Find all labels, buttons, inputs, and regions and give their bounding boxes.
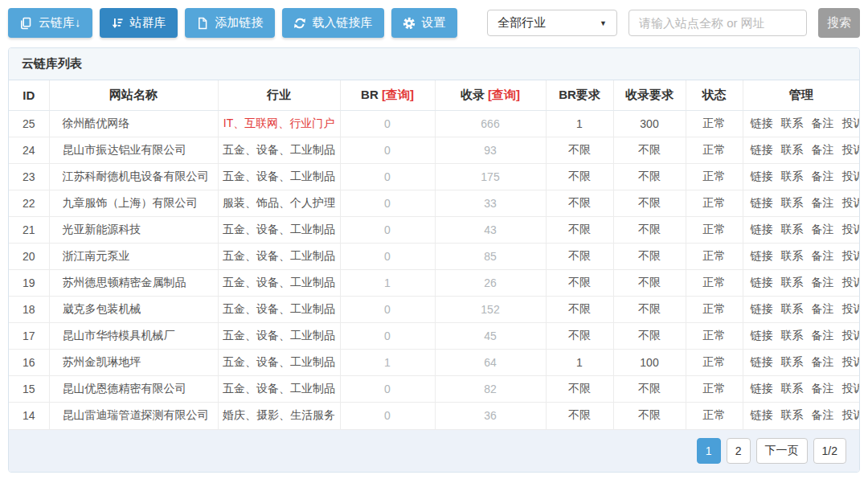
note-action[interactable]: 备注 [812,408,834,421]
complaint-action[interactable]: 投诉 [842,249,860,262]
br-value: 0 [340,111,435,137]
link-action[interactable]: 链接 [751,223,773,235]
link-action[interactable]: 链接 [751,276,773,289]
panel-title: 云链库列表 [9,48,859,80]
complaint-action[interactable]: 投诉 [842,223,860,235]
link-action[interactable]: 链接 [751,249,773,262]
contact-action[interactable]: 联系 [781,329,804,342]
note-action[interactable]: 备注 [812,223,834,235]
search-button[interactable]: 搜索 [818,8,860,38]
row-actions: 链接联系备注投诉 [743,164,859,190]
complaint-action[interactable]: 投诉 [842,170,860,182]
cloud-link-library-button[interactable]: 云链库↓ [8,8,92,38]
button-label: 添加链接 [215,15,264,31]
copy-icon [19,17,32,30]
contact-action[interactable]: 联系 [781,117,804,129]
row-actions: 链接联系备注投诉 [743,217,859,244]
link-action[interactable]: 链接 [751,143,773,156]
site-id: 25 [9,111,49,137]
inclusion-requirement: 不限 [613,297,686,323]
site-name: 昆山优恩德精密有限公司 [49,376,218,403]
site-group-library-button[interactable]: 站群库 [100,8,178,38]
note-action[interactable]: 备注 [812,329,834,342]
contact-action[interactable]: 联系 [781,355,804,368]
contact-action[interactable]: 联系 [781,196,804,209]
col-header-industry: 行业 [218,80,340,111]
br-requirement: 不限 [546,297,613,323]
complaint-action[interactable]: 投诉 [842,143,860,156]
col-header-id: ID [9,80,49,111]
add-link-button[interactable]: 添加链接 [185,8,275,38]
complaint-action[interactable]: 投诉 [842,302,860,315]
note-action[interactable]: 备注 [812,382,834,395]
next-page-button[interactable]: 下一页 [756,438,808,464]
status: 正常 [686,137,743,164]
search-input[interactable] [628,10,807,36]
br-value: 0 [340,297,435,323]
link-action[interactable]: 链接 [751,170,773,182]
site-industry: 服装、饰品、个人护理 [218,190,340,217]
complaint-action[interactable]: 投诉 [842,355,860,368]
br-value: 1 [340,350,435,376]
industry-filter-select[interactable]: 全部行业 ▼ [487,10,617,36]
note-action[interactable]: 备注 [812,276,834,289]
table-row: 23 江苏科耐德机电设备有限公司 五金、设备、工业制品 0 175 不限 不限 … [9,164,859,190]
complaint-action[interactable]: 投诉 [842,408,860,421]
page-button-1[interactable]: 1 [697,438,721,464]
table-row: 17 昆山市华特模具机械厂 五金、设备、工业制品 0 45 不限 不限 正常 链… [9,323,859,350]
contact-action[interactable]: 联系 [781,143,804,156]
site-id: 19 [9,270,49,297]
contact-action[interactable]: 联系 [781,408,804,421]
contact-action[interactable]: 联系 [781,382,804,395]
site-id: 23 [9,164,49,190]
br-query-link[interactable]: [查询] [382,88,414,101]
note-action[interactable]: 备注 [812,117,834,129]
row-actions: 链接联系备注投诉 [743,323,859,350]
contact-action[interactable]: 联系 [781,276,804,289]
link-action[interactable]: 链接 [751,408,773,421]
cloud-link-table: ID 网站名称 行业 BR [查询] 收录 [查询] BR要求 收录要求 状态 … [9,80,859,429]
site-name: 昆山市振达铝业有限公司 [49,137,218,164]
note-action[interactable]: 备注 [812,143,834,156]
link-action[interactable]: 链接 [751,382,773,395]
row-actions: 链接联系备注投诉 [743,190,859,217]
page-button-2[interactable]: 2 [727,438,751,464]
contact-action[interactable]: 联系 [781,170,804,182]
complaint-action[interactable]: 投诉 [842,117,860,129]
inclusion-requirement: 不限 [613,376,686,403]
br-value: 0 [340,137,435,164]
note-action[interactable]: 备注 [812,355,834,368]
table-body: 25 徐州酷优网络 IT、互联网、行业门户 0 666 1 300 正常 链接联… [9,111,859,429]
complaint-action[interactable]: 投诉 [842,196,860,209]
link-action[interactable]: 链接 [751,329,773,342]
complaint-action[interactable]: 投诉 [842,329,860,342]
link-action[interactable]: 链接 [751,302,773,315]
file-icon [196,17,209,30]
note-action[interactable]: 备注 [812,249,834,262]
contact-action[interactable]: 联系 [781,249,804,262]
note-action[interactable]: 备注 [812,302,834,315]
table-row: 20 浙江南元泵业 五金、设备、工业制品 0 85 不限 不限 正常 链接联系备… [9,244,859,270]
status: 正常 [686,403,743,429]
link-action[interactable]: 链接 [751,355,773,368]
contact-action[interactable]: 联系 [781,223,804,235]
col-header-inclusion: 收录 [查询] [435,80,546,111]
link-action[interactable]: 链接 [751,196,773,209]
br-value: 0 [340,190,435,217]
contact-action[interactable]: 联系 [781,302,804,315]
note-action[interactable]: 备注 [812,170,834,182]
complaint-action[interactable]: 投诉 [842,382,860,395]
link-action[interactable]: 链接 [751,117,773,129]
br-requirement: 不限 [546,217,613,244]
complaint-action[interactable]: 投诉 [842,276,860,289]
br-value: 1 [340,270,435,297]
load-link-library-button[interactable]: 载入链接库 [282,8,384,38]
sort-amount-icon [111,17,124,30]
col-header-site-name: 网站名称 [49,80,218,111]
inclusion-requirement: 不限 [613,244,686,270]
chevron-down-icon: ▼ [600,19,607,27]
note-action[interactable]: 备注 [812,196,834,209]
site-id: 16 [9,350,49,376]
inclusion-query-link[interactable]: [查询] [488,88,520,101]
settings-button[interactable]: 设置 [391,8,457,38]
